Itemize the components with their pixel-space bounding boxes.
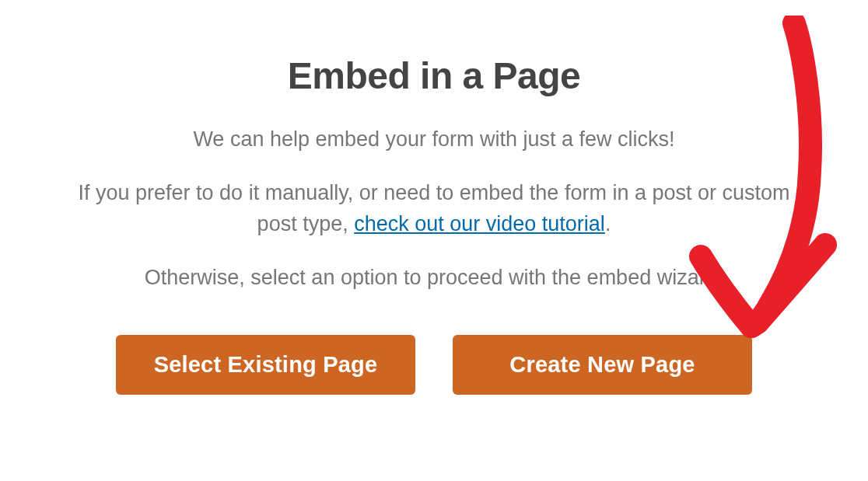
- embed-modal: Embed in a Page We can help embed your f…: [0, 0, 868, 395]
- description-line-2: If you prefer to do it manually, or need…: [76, 177, 792, 240]
- embed-title: Embed in a Page: [0, 54, 868, 97]
- description-line-3: Otherwise, select an option to proceed w…: [76, 262, 792, 294]
- embed-description: We can help embed your form with just a …: [76, 124, 792, 293]
- description-suffix: .: [605, 212, 611, 235]
- description-line-1: We can help embed your form with just a …: [76, 124, 792, 155]
- create-new-page-button[interactable]: Create New Page: [453, 335, 752, 395]
- button-row: Select Existing Page Create New Page: [0, 335, 868, 395]
- video-tutorial-link[interactable]: check out our video tutorial: [354, 212, 605, 235]
- select-existing-page-button[interactable]: Select Existing Page: [116, 335, 415, 395]
